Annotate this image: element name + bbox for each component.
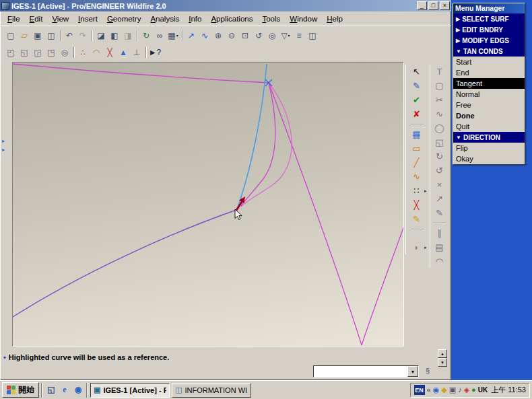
paste-button[interactable]: ◧ [108, 29, 121, 42]
move-entity-icon[interactable]: ↗ [432, 192, 448, 206]
trim-corner-icon[interactable]: ✂ [432, 93, 448, 107]
header-direction[interactable]: ▼ DIRECTION [453, 132, 525, 143]
task-information-window[interactable]: ◫INFORMATION WI... [172, 383, 251, 398]
intersection-display-toggle[interactable]: ╳ [103, 46, 117, 59]
new-button[interactable]: ▢ [4, 29, 18, 42]
redo-button[interactable]: ↷ [76, 29, 90, 42]
edit-definition-icon[interactable]: ✎ [409, 79, 425, 93]
menu-geometry[interactable]: Geometry [102, 13, 146, 24]
ie-icon[interactable]: e [59, 384, 71, 396]
menu-manager-titlebar[interactable]: Menu Manager [453, 3, 525, 13]
item-free[interactable]: Free [453, 100, 525, 110]
rotate-cw-icon[interactable]: ↻ [432, 149, 448, 164]
copy-geometry-icon[interactable]: ◱ [432, 135, 448, 149]
points-tool-icon[interactable]: ∷▸ [409, 184, 425, 198]
rectangle-tool-icon[interactable]: ▭ [409, 141, 425, 155]
annotate-icon[interactable]: ✎ [432, 206, 448, 220]
text-tool-icon[interactable]: T [432, 65, 448, 79]
item-flip[interactable]: Flip [453, 143, 525, 153]
antivirus-tray-icon[interactable]: ◈ [464, 386, 469, 394]
print-button[interactable]: ◫ [44, 29, 58, 42]
csys-toggle[interactable]: ◳ [44, 46, 58, 59]
update-tray-icon[interactable]: ◉ [433, 386, 440, 394]
view-manager-button[interactable]: ◫ [306, 29, 319, 42]
snap-filter-icon[interactable]: ▦ [409, 127, 425, 141]
model-display-button[interactable]: ▦▾ [166, 29, 180, 42]
item-quit[interactable]: Quit [453, 121, 525, 132]
paste-special-button[interactable]: ◨ [121, 29, 135, 42]
chain-select-button[interactable]: ∿ [198, 29, 211, 42]
refit-button[interactable]: ⊡ [238, 29, 252, 42]
zoom-out-button[interactable]: ⊖ [225, 29, 238, 42]
item-okay[interactable]: Okay [453, 153, 525, 164]
menu-applications[interactable]: Applications [206, 13, 257, 24]
frame-tool-icon[interactable]: ▢ [432, 79, 448, 93]
orient-button[interactable]: ◎ [265, 29, 279, 42]
menu-tools[interactable]: Tools [257, 13, 285, 24]
sheet-icon[interactable]: ▤ [432, 240, 448, 254]
loop-curve-inner[interactable] [241, 83, 275, 206]
language-indicator[interactable]: EN [414, 385, 425, 395]
close-button[interactable]: × [440, 1, 450, 10]
constraint-display-toggle[interactable]: ⊥ [130, 46, 143, 59]
open-button[interactable]: ▱ [18, 29, 31, 42]
save-button[interactable]: ▣ [31, 29, 44, 42]
spin-center-toggle[interactable]: ◎ [58, 46, 71, 59]
menu-info[interactable]: Info [184, 13, 206, 24]
alert-tray-icon[interactable]: ◆ [441, 386, 446, 394]
modify-entity-icon[interactable]: ✎ [409, 212, 425, 226]
spline-tool-icon[interactable]: ∿ [409, 170, 425, 184]
collapse-chevron-icon[interactable]: « [427, 386, 431, 394]
show-desktop-icon[interactable]: ◱ [45, 384, 57, 396]
maximize-button[interactable]: □ [428, 1, 438, 10]
line-tool-icon[interactable]: ╱ [409, 155, 425, 170]
copy-button[interactable]: ◪ [94, 29, 108, 42]
datum-axes-toggle[interactable]: ◱ [18, 46, 31, 59]
panel-expand-arrows[interactable]: ▸▸ [2, 139, 5, 153]
task-iges[interactable]: ▣IGES-1 [Active] - P... [90, 383, 170, 398]
trim-tool-icon[interactable]: ◗▸ [409, 240, 425, 254]
rotate-ccw-icon[interactable]: ↺ [432, 164, 448, 178]
item-done[interactable]: Done [453, 110, 525, 121]
arc-tool-icon[interactable]: ◠ [432, 254, 448, 268]
header-select-surf[interactable]: ▶ SELECT SURF [453, 13, 525, 24]
saved-views-button[interactable]: ▽▾ [279, 29, 292, 42]
item-start[interactable]: Start [453, 57, 525, 67]
item-normal[interactable]: Normal [453, 89, 525, 100]
menu-insert[interactable]: Insert [73, 13, 102, 24]
reject-icon[interactable]: ✘ [409, 107, 425, 121]
start-button[interactable]: 開始 [2, 382, 39, 398]
loop-display-toggle[interactable]: ▲ [117, 46, 130, 59]
repaint-button[interactable]: ↺ [252, 29, 265, 42]
find-button[interactable]: ∞ [153, 29, 166, 42]
menu-analysis[interactable]: Analysis [145, 13, 184, 24]
menu-edit[interactable]: Edit [25, 13, 48, 24]
header-tan-conds[interactable]: ▼ TAN CONDS [453, 46, 525, 57]
tangency-display-toggle[interactable]: ◠ [90, 46, 103, 59]
item-end[interactable]: End [453, 67, 525, 78]
boundary-curve-top[interactable] [13, 64, 269, 83]
zoom-in-button[interactable]: ⊕ [211, 29, 225, 42]
smart-select-button[interactable]: ↗ [185, 29, 198, 42]
datum-planes-toggle[interactable]: ◰ [4, 46, 18, 59]
scroll-up-button[interactable]: ▲ [438, 349, 447, 358]
taskbar-clock[interactable]: 上午 11:53 [491, 385, 526, 395]
loop-curve-outer[interactable] [241, 83, 292, 207]
volume-tray-icon[interactable]: ♪ [458, 386, 462, 394]
menu-view[interactable]: View [47, 13, 73, 24]
undo-button[interactable]: ↶ [63, 29, 76, 42]
circle-tool-icon[interactable]: ◯ [432, 121, 448, 135]
context-help-button[interactable]: ►? [148, 46, 162, 59]
menu-window[interactable]: Window [285, 13, 322, 24]
header-modify-edgs[interactable]: ▶ MODIFY EDGS [453, 35, 525, 46]
browser-icon[interactable]: ◉ [72, 384, 84, 396]
item-tangent[interactable]: Tangent [453, 78, 525, 89]
select-pointer-icon[interactable]: ↖ [409, 65, 425, 79]
spline-edit-icon[interactable]: ∿ [432, 107, 448, 121]
base-curve[interactable] [13, 210, 236, 317]
highlighted-reference-curve[interactable] [237, 64, 267, 209]
display-tray-icon[interactable]: ▣ [449, 386, 456, 394]
network-tray-icon[interactable]: ● [471, 386, 476, 394]
layers-button[interactable]: ≡ [292, 29, 306, 42]
regenerate-button[interactable]: ↻ [139, 29, 153, 42]
